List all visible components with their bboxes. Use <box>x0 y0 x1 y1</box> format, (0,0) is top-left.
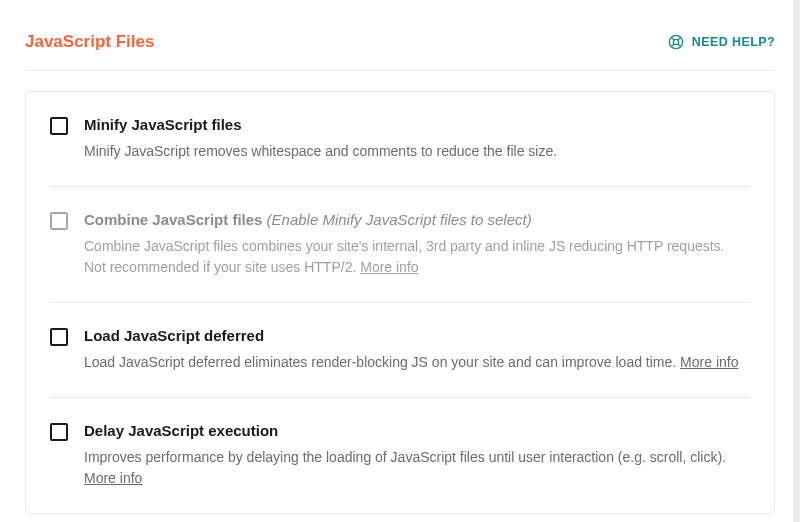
svg-line-2 <box>671 37 674 40</box>
option-content: Minify JavaScript files Minify JavaScrip… <box>84 116 750 162</box>
option-title: Combine JavaScript files (Enable Minify … <box>84 211 750 228</box>
delay-js-checkbox[interactable] <box>50 423 68 441</box>
option-title-text: Delay JavaScript execution <box>84 422 278 439</box>
combine-js-option: Combine JavaScript files (Enable Minify … <box>50 187 750 303</box>
help-label: NEED HELP? <box>692 35 775 49</box>
option-title: Load JavaScript deferred <box>84 327 750 344</box>
need-help-link[interactable]: NEED HELP? <box>668 34 775 50</box>
section-header: JavaScript Files NEED HELP? <box>25 32 775 71</box>
minify-js-option: Minify JavaScript files Minify JavaScrip… <box>50 92 750 187</box>
svg-line-4 <box>678 37 681 40</box>
combine-js-checkbox <box>50 212 68 230</box>
option-content: Load JavaScript deferred Load JavaScript… <box>84 327 750 373</box>
svg-line-3 <box>678 44 681 47</box>
more-info-link[interactable]: More info <box>84 470 142 486</box>
scrollbar-track[interactable] <box>793 0 800 522</box>
more-info-link[interactable]: More info <box>360 259 418 275</box>
defer-js-option: Load JavaScript deferred Load JavaScript… <box>50 303 750 398</box>
svg-line-5 <box>671 44 674 47</box>
section-title: JavaScript Files <box>25 32 154 52</box>
options-panel: Minify JavaScript files Minify JavaScrip… <box>25 91 775 514</box>
option-desc: Combine JavaScript files combines your s… <box>84 236 750 278</box>
option-desc-text: Minify JavaScript removes whitespace and… <box>84 143 557 159</box>
option-desc-text: Improves performance by delaying the loa… <box>84 449 726 465</box>
option-desc-text: Load JavaScript deferred eliminates rend… <box>84 354 680 370</box>
option-title-text: Combine JavaScript files <box>84 211 262 228</box>
more-info-link[interactable]: More info <box>680 354 738 370</box>
help-icon <box>668 34 684 50</box>
option-title: Delay JavaScript execution <box>84 422 750 439</box>
option-title-text: Load JavaScript deferred <box>84 327 264 344</box>
option-desc: Minify JavaScript removes whitespace and… <box>84 141 750 162</box>
minify-js-checkbox[interactable] <box>50 117 68 135</box>
defer-js-checkbox[interactable] <box>50 328 68 346</box>
option-title-text: Minify JavaScript files <box>84 116 242 133</box>
option-hint: (Enable Minify JavaScript files to selec… <box>267 211 532 228</box>
delay-js-option: Delay JavaScript execution Improves perf… <box>50 398 750 513</box>
option-content: Delay JavaScript execution Improves perf… <box>84 422 750 489</box>
option-desc: Improves performance by delaying the loa… <box>84 447 750 489</box>
option-content: Combine JavaScript files (Enable Minify … <box>84 211 750 278</box>
option-desc: Load JavaScript deferred eliminates rend… <box>84 352 750 373</box>
svg-point-1 <box>673 39 678 44</box>
option-title: Minify JavaScript files <box>84 116 750 133</box>
